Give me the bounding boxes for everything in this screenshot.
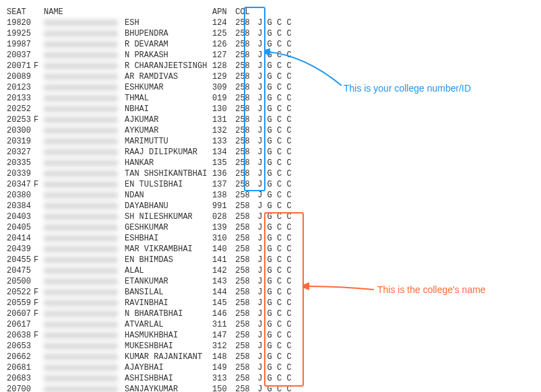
cell-apn: 137 (212, 179, 232, 190)
cell-seat: 20522 (7, 287, 34, 298)
cell-flag (34, 201, 44, 211)
cell-rest: J G C C (253, 158, 293, 168)
cell-seat: 20133 (7, 93, 34, 104)
cell-rest: J G C C (253, 82, 293, 93)
cell-rest: J G C C (253, 125, 293, 136)
cell-seat: 20403 (7, 211, 34, 222)
cell-name-suffix: HANKAR (125, 158, 212, 168)
cell-flag (34, 341, 44, 352)
cell-rest: J G C C (253, 287, 293, 298)
cell-name-suffix: BANSILAL (125, 287, 212, 298)
cell-seat: 20335 (7, 158, 34, 168)
cell-flag (34, 265, 44, 276)
cell-rest: J G C C (253, 28, 293, 39)
table-row: 20559F RAVINBHAI145258 J G C C (7, 298, 534, 308)
cell-flag: F (34, 308, 44, 319)
cell-name-suffix: AR RAMDIVAS (125, 71, 212, 82)
cell-seat: 19820 (7, 18, 34, 28)
cell-name-redacted (44, 244, 125, 255)
cell-apn: 133 (212, 136, 232, 147)
cell-name-suffix: HASMUKHBHAI (125, 330, 212, 341)
table-row: 20475 ALAL142258 J G C C (7, 265, 534, 276)
cell-name-redacted (44, 93, 125, 104)
cell-rest: J G C C (253, 244, 293, 255)
cell-name-suffix: N PRAKASH (125, 50, 212, 61)
cell-name-suffix: NBHAI (125, 104, 212, 115)
cell-col: 258 (232, 352, 253, 362)
cell-rest: J G C C (253, 168, 293, 179)
cell-apn: 148 (212, 352, 232, 362)
cell-col: 258 (232, 362, 253, 373)
cell-apn: 136 (212, 168, 232, 179)
cell-name-redacted (44, 255, 125, 265)
cell-col: 258 (232, 287, 253, 298)
cell-col: 258 (232, 233, 253, 244)
cell-name-redacted (44, 71, 125, 82)
cell-seat: 20319 (7, 136, 34, 147)
cell-name-redacted (44, 276, 125, 287)
cell-rest: J G C C (253, 147, 293, 158)
cell-name-suffix: ESHKUMAR (125, 82, 212, 93)
cell-rest: J G C C (253, 115, 293, 125)
cell-flag (34, 50, 44, 61)
cell-col: 258 (232, 115, 253, 125)
table-row: 20681 AJAYBHAI149258 J G C C (7, 362, 534, 373)
cell-apn: 143 (212, 276, 232, 287)
cell-flag (34, 93, 44, 104)
cell-col: 258 (232, 222, 253, 233)
cell-apn: 991 (212, 201, 232, 211)
cell-col: 258 (232, 373, 253, 384)
cell-name-redacted (44, 50, 125, 61)
cell-name-redacted (44, 61, 125, 71)
cell-col: 258 (232, 104, 253, 115)
cell-name-redacted (44, 330, 125, 341)
cell-apn: 130 (212, 104, 232, 115)
cell-rest: J G C C (253, 352, 293, 362)
cell-flag (34, 39, 44, 50)
cell-name-suffix: ESH (125, 18, 212, 28)
college-name-annotation: This is the college's name (377, 284, 486, 295)
table-row: 20414 ESHBHAI310258 J G C C (7, 233, 534, 244)
cell-rest: J G C C (253, 276, 293, 287)
cell-seat: 20347 (7, 179, 34, 190)
cell-name-redacted (44, 168, 125, 179)
cell-apn: 309 (212, 82, 232, 93)
cell-name-suffix: THMAL (125, 93, 212, 104)
cell-apn: 140 (212, 244, 232, 255)
college-id-annotation: This is your college number/ID (344, 83, 471, 94)
table-row: 19987 R DEVARAM126258 J G C C (7, 39, 534, 50)
cell-seat: 20683 (7, 373, 34, 384)
cell-apn: 128 (212, 61, 232, 71)
cell-name-suffix: AJKUMAR (125, 115, 212, 125)
cell-name-suffix: EN BHIMDAS (125, 255, 212, 265)
cell-col: 258 (232, 82, 253, 93)
cell-name-redacted (44, 233, 125, 244)
cell-flag (34, 222, 44, 233)
cell-name-redacted (44, 190, 125, 201)
cell-seat: 19925 (7, 28, 34, 39)
cell-col: 258 (232, 319, 253, 330)
table-row: 20347F EN TULSIBHAI137258 J G C C (7, 179, 534, 190)
cell-rest: J G C C (253, 39, 293, 50)
cell-name-suffix: AJAYBHAI (125, 362, 212, 373)
cell-name-suffix: ALAL (125, 265, 212, 276)
cell-apn: 127 (212, 50, 232, 61)
cell-apn: 139 (212, 222, 232, 233)
table-row: 20089 AR RAMDIVAS129258 J G C C (7, 71, 534, 82)
header-name: NAME (44, 7, 125, 18)
cell-name-suffix: TAN SHSHIKANTBHAI (125, 168, 212, 179)
cell-flag (34, 147, 44, 158)
cell-flag (34, 104, 44, 115)
cell-rest: J G C C (253, 179, 293, 190)
cell-apn: 131 (212, 115, 232, 125)
cell-name-redacted (44, 352, 125, 362)
header-f (34, 7, 44, 18)
cell-apn: 019 (212, 93, 232, 104)
cell-name-suffix: NDAN (125, 190, 212, 201)
cell-apn: 028 (212, 211, 232, 222)
table-row: 20133 THMAL019258 J G C C (7, 93, 534, 104)
cell-apn: 146 (212, 308, 232, 319)
table-row: 20638F HASMUKHBHAI147258 J G C C (7, 330, 534, 341)
cell-name-suffix: MAR VIKRAMBHAI (125, 244, 212, 255)
cell-seat: 20414 (7, 233, 34, 244)
